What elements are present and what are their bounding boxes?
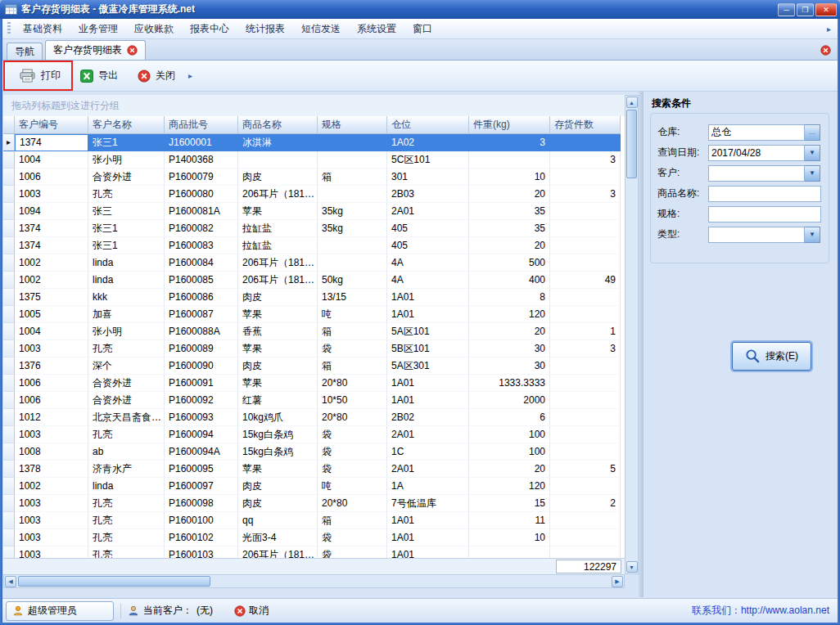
cell[interactable]: 1003 [15,340,88,357]
cell[interactable]: 120 [469,478,550,495]
table-row[interactable]: 1003孔亮P1600103206耳片（181…袋1A01 [3,546,625,558]
spec-input[interactable] [708,206,821,223]
cell[interactable]: 1003 [15,546,88,558]
cell[interactable]: 1004 [15,151,88,169]
cell[interactable] [550,426,621,443]
cell[interactable]: linda [88,478,165,495]
cell[interactable]: 1012 [15,409,88,426]
cancel-icon[interactable] [234,605,246,617]
cell[interactable]: P1600092 [165,392,238,409]
cell[interactable]: ab [88,443,165,461]
table-row[interactable]: 1006合资外进P1600092红薯10*501A012000 [3,392,625,409]
cell[interactable]: 20*80 [318,495,387,512]
cell[interactable]: 301 [387,169,469,186]
cell[interactable]: 120 [469,306,550,323]
cell[interactable] [550,392,621,409]
cell[interactable]: 2000 [469,392,550,409]
cell[interactable]: 孔亮 [88,529,165,546]
cell[interactable]: 35 [469,220,550,237]
cell[interactable]: P1600094A [165,443,238,461]
cell[interactable]: 1A01 [387,392,469,409]
cell[interactable]: 袋 [318,529,387,546]
cell[interactable]: P1600088A [165,323,238,340]
cell[interactable]: 1006 [15,392,88,409]
cell[interactable]: 1005 [15,306,88,323]
cell[interactable]: P1600094 [165,426,238,443]
table-row[interactable]: 1003孔亮P1600080206耳片（181…2B03203 [3,186,625,203]
cell[interactable]: 1376 [15,357,88,375]
cell[interactable]: 2A01 [387,203,469,220]
cell[interactable]: 合资外进 [88,375,165,392]
cell[interactable] [318,186,387,203]
cell[interactable]: P1600097 [165,478,238,495]
type-input[interactable] [708,227,805,243]
cell[interactable]: 5C区101 [387,151,469,169]
cell[interactable]: 1006 [15,169,88,186]
cell[interactable] [550,254,621,272]
table-row[interactable]: 1374张三1P1600082拉缸盐35kg40535 [3,220,625,237]
cell[interactable]: P1600079 [165,169,238,186]
horizontal-scrollbar[interactable]: ◀ ▶ [3,574,625,588]
cell[interactable] [318,237,387,254]
table-row[interactable]: 1006合资外进P1600079肉皮箱30110 [3,169,625,186]
table-row[interactable]: 1003孔亮P1600098肉皮20*807号低温库152 [3,495,625,512]
type-dropdown-icon[interactable]: ▼ [805,227,820,243]
cell[interactable]: 1C [387,443,469,461]
cell[interactable]: 合资外进 [88,392,165,409]
cell[interactable]: 3 [550,151,621,169]
cell[interactable]: 孔亮 [88,512,165,529]
cell[interactable]: 1A02 [387,134,469,151]
cell[interactable]: 肉皮 [238,478,318,495]
horizontal-scroll-thumb[interactable] [18,576,210,587]
cell[interactable]: 张小明 [88,151,165,169]
cell[interactable]: 500 [469,254,550,272]
column-header-5[interactable]: 规格 [318,116,387,134]
cell[interactable]: 100 [469,443,550,461]
cell[interactable]: 5 [550,461,621,478]
cell[interactable]: 肉皮 [238,357,318,375]
cell[interactable]: 3 [550,340,621,357]
cell[interactable]: 13/15 [318,289,387,306]
cell[interactable]: 35 [469,203,550,220]
cell[interactable]: 2B03 [387,186,469,203]
cell[interactable]: 1008 [15,443,88,461]
cell[interactable]: P1600102 [165,529,238,546]
cell[interactable] [550,134,621,151]
cell[interactable] [550,203,621,220]
cell[interactable]: 拉缸盐 [238,237,318,254]
cell[interactable]: 8 [469,289,550,306]
cell[interactable]: 11 [469,512,550,529]
cell[interactable]: 1094 [15,203,88,220]
cell[interactable]: P1600098 [165,495,238,512]
cell[interactable]: 1006 [15,375,88,392]
table-row[interactable]: 1005加喜P1600087苹果吨1A01120 [3,306,625,323]
vertical-scroll-thumb[interactable] [626,110,637,178]
cell[interactable]: 1A01 [387,512,469,529]
cell[interactable]: 5A区301 [387,357,469,375]
cell[interactable]: 6 [469,409,550,426]
cell[interactable]: 肉皮 [238,169,318,186]
cell[interactable]: 箱 [318,512,387,529]
cell[interactable]: P1600103 [165,546,238,558]
cell[interactable]: 5A区101 [387,323,469,340]
cell[interactable]: 1002 [15,478,88,495]
cell[interactable]: 35kg [318,220,387,237]
cell[interactable]: P1600085 [165,272,238,289]
cell[interactable]: 1378 [15,461,88,478]
cell[interactable]: P1600100 [165,512,238,529]
table-row[interactable]: 1004张小明P1600088A香蕉箱5A区101201 [3,323,625,340]
column-header-2[interactable]: 客户名称 [88,116,165,134]
cell[interactable]: 1003 [15,495,88,512]
query-date-dropdown-icon[interactable]: ▼ [805,145,820,161]
cell[interactable] [318,151,387,169]
table-row[interactable]: 1094张三P1600081A苹果35kg2A0135 [3,203,625,220]
cell[interactable]: P1600091 [165,375,238,392]
customer-dropdown-icon[interactable]: ▼ [805,165,820,182]
column-header-4[interactable]: 商品名称 [238,116,318,134]
cell[interactable]: 箱 [318,357,387,375]
menu-item-7[interactable]: 系统设置 [349,19,404,39]
menu-item-2[interactable]: 业务管理 [70,19,126,39]
scroll-left-icon[interactable]: ◀ [5,576,16,587]
column-header-8[interactable]: 存货件数 [550,116,621,134]
close-tab-button[interactable]: 关闭 [129,64,183,88]
